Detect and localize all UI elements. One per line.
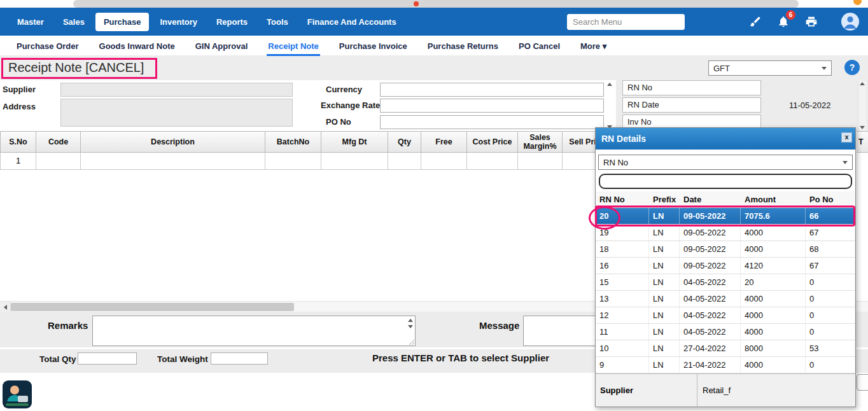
rn-supplier-row: Supplier Retail_f [596, 373, 855, 407]
scroll-up-icon[interactable] [408, 319, 413, 322]
rn-table-body: 20 LN 09-05-2022 7075.6 66 19 LN 09-05-2… [596, 208, 855, 373]
rn-details-popup: RN Details x RN No RN No Prefix Date Amo… [595, 127, 856, 407]
partial-button[interactable] [857, 374, 868, 391]
rn-cell-amount: 4000 [741, 291, 806, 307]
rn-row[interactable]: 13 LN 04-05-2022 4000 0 [596, 291, 855, 307]
chevron-down-icon [843, 161, 848, 164]
rn-col-rn-no: RN No [596, 195, 649, 204]
rn-row[interactable]: 18 LN 09-05-2022 4000 68 [596, 241, 855, 258]
recording-dot-icon [414, 1, 419, 6]
sub-nav-item[interactable]: Receipt Note [267, 36, 319, 56]
rn-cell-rn-no: 19 [596, 225, 649, 240]
remarks-label: Remarks [48, 320, 88, 331]
browser-bar [73, 0, 799, 8]
cell-qty[interactable] [388, 153, 421, 170]
po-no-field[interactable] [380, 115, 604, 129]
top-nav-item[interactable]: Tools [258, 13, 297, 31]
rn-cell-po-no: 53 [806, 340, 855, 356]
cell-batchno[interactable] [265, 153, 321, 170]
rn-cell-rn-no: 11 [596, 324, 649, 340]
rn-cell-amount: 4000 [741, 241, 806, 257]
cell-description[interactable] [81, 153, 265, 170]
items-table-header-cell: Free [421, 131, 467, 153]
sub-nav-item[interactable]: Purchase Order [15, 36, 80, 56]
cell-code[interactable] [36, 153, 81, 170]
rn-cell-prefix: LN [649, 324, 680, 340]
total-weight-field[interactable] [211, 352, 268, 365]
bell-icon[interactable]: 6 [776, 15, 790, 29]
company-select[interactable]: GFT [708, 60, 832, 76]
sub-nav-item[interactable]: PO Cancel [517, 36, 561, 56]
sub-nav-item[interactable]: GIN Approval [194, 36, 249, 56]
rn-row[interactable]: 20 LN 09-05-2022 7075.6 66 [596, 208, 855, 225]
rn-row[interactable]: 16 LN 09-05-2022 4120 67 [596, 258, 855, 274]
sub-nav-item[interactable]: Purchase Invoice [338, 36, 409, 56]
close-icon[interactable]: x [841, 132, 852, 143]
header-form: Supplier Address Currency Exchange Rate … [0, 80, 868, 131]
rn-search-input[interactable] [599, 174, 852, 189]
rn-cell-date: 04-05-2022 [680, 324, 741, 340]
rn-cell-rn-no: 10 [596, 340, 649, 356]
remarks-field[interactable] [93, 316, 415, 345]
user-avatar[interactable] [841, 13, 859, 31]
rn-cell-amount: 4000 [741, 324, 806, 340]
rn-row[interactable]: 19 LN 09-05-2022 4000 67 [596, 225, 855, 241]
rn-row[interactable]: 11 LN 04-05-2022 4000 0 [596, 324, 855, 340]
rn-cell-date: 04-05-2022 [680, 291, 741, 307]
search-input[interactable] [567, 14, 685, 30]
top-nav-item[interactable]: Sales [55, 13, 93, 31]
cell-mfg-dt[interactable] [321, 153, 388, 170]
currency-field[interactable] [380, 83, 604, 97]
scroll-up-icon[interactable] [860, 82, 865, 85]
scroll-left-button[interactable] [0, 302, 11, 312]
rn-filter-select[interactable]: RN No [598, 155, 853, 170]
rn-no-label: RN No [622, 80, 761, 95]
rn-row[interactable]: 9 LN 21-04-2022 4000 0 [596, 357, 855, 373]
printer-icon[interactable] [804, 15, 818, 29]
rn-table-header: RN No Prefix Date Amount Po No [596, 192, 855, 208]
cell-sno[interactable]: 1 [0, 153, 36, 170]
rn-cell-prefix: LN [649, 291, 680, 307]
scroll-up-icon[interactable] [607, 83, 612, 86]
horizontal-scroll-thumb[interactable] [11, 303, 294, 311]
sub-nav-item[interactable]: Goods Inward Note [98, 36, 176, 56]
items-table-header-cell-partial: T [857, 131, 868, 153]
top-nav-item[interactable]: Finance And Accounts [299, 13, 405, 31]
rn-cell-po-no: 0 [806, 324, 855, 340]
rn-cell-amount: 4000 [741, 357, 806, 373]
rn-cell-amount: 4000 [741, 225, 806, 240]
mini-scrollbar[interactable] [605, 81, 613, 130]
rn-cell-date: 21-04-2022 [680, 357, 741, 373]
popup-title: RN Details [601, 134, 646, 144]
chevron-down-icon [822, 67, 827, 70]
cell-sales-margin[interactable] [518, 153, 563, 170]
rn-cell-amount: 8000 [741, 340, 806, 356]
rn-row[interactable]: 10 LN 27-04-2022 8000 53 [596, 340, 855, 357]
rn-row[interactable]: 15 LN 04-05-2022 20 0 [596, 274, 855, 291]
rn-row[interactable]: 12 LN 04-05-2022 4000 0 [596, 307, 855, 324]
stamp-brush-icon[interactable] [748, 15, 762, 29]
top-nav-item[interactable]: Master [9, 13, 52, 31]
scroll-down-icon[interactable] [408, 325, 413, 328]
cell-cost-price[interactable] [467, 153, 518, 170]
top-nav-item[interactable]: Reports [208, 13, 256, 31]
exchange-rate-field[interactable] [380, 99, 604, 113]
cell-free[interactable] [421, 153, 467, 170]
rn-cell-prefix: LN [649, 208, 680, 224]
vertical-scrollbar[interactable] [858, 81, 866, 130]
top-nav-item[interactable]: Purchase [95, 13, 150, 31]
rn-date-value: 11-05-2022 [789, 101, 831, 110]
scroll-down-icon[interactable] [860, 126, 865, 129]
rn-cell-amount: 4000 [741, 307, 806, 323]
total-qty-field[interactable] [78, 352, 137, 365]
address-label: Address [3, 102, 36, 111]
rn-cell-po-no: 0 [806, 307, 855, 323]
help-button[interactable]: ? [844, 60, 860, 75]
rn-cell-rn-no: 15 [596, 274, 649, 290]
sub-nav-item[interactable]: Purchase Returns [426, 36, 500, 56]
top-nav-item[interactable]: Inventory [151, 13, 206, 31]
title-annotation-box: Receipt Note [CANCEL] [1, 58, 157, 79]
sub-nav-item[interactable]: More ▾ [579, 36, 608, 56]
rn-cell-date: 09-05-2022 [680, 208, 741, 224]
rn-col-amount: Amount [741, 195, 806, 204]
